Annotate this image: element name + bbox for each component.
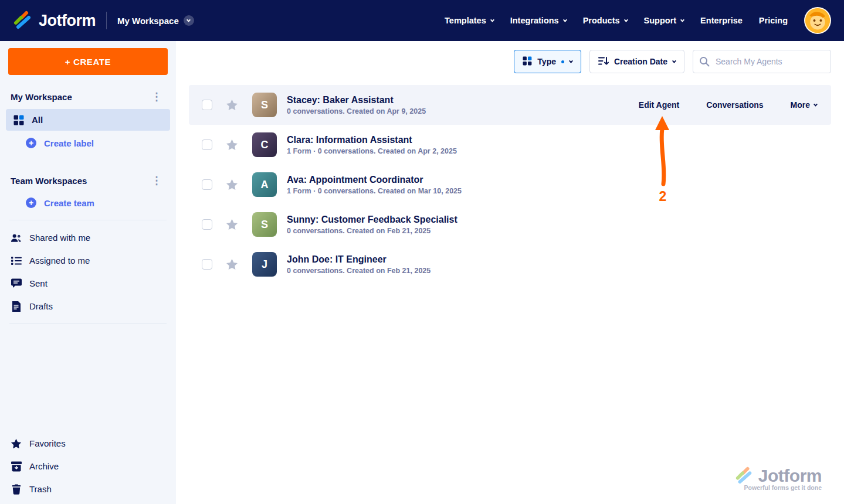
top-navbar: Jotform My Workspace Templates Integrati… bbox=[0, 0, 844, 41]
agent-name[interactable]: Sunny: Customer Feedback Specialist bbox=[287, 214, 457, 225]
agent-info: Ava: Appointment Coordinator 1 Form · 0 … bbox=[287, 175, 462, 195]
favorite-star-icon[interactable] bbox=[226, 219, 238, 230]
agent-avatar: J bbox=[252, 252, 277, 277]
agent-name[interactable]: Stacey: Baker Assistant bbox=[287, 95, 426, 105]
chevron-down-icon bbox=[680, 18, 684, 22]
search-icon bbox=[699, 56, 710, 69]
sidebar-item-archive-label: Archive bbox=[29, 461, 59, 471]
workspace-kebab-menu-icon[interactable]: ⋮ bbox=[148, 90, 165, 103]
my-workspace-header-label: My Workspace bbox=[11, 92, 72, 102]
agent-row[interactable]: J John Doe: IT Engineer 0 conversations.… bbox=[189, 244, 831, 284]
navbar-menu: Templates Integrations Products Support … bbox=[445, 7, 831, 34]
workspace-selector-label: My Workspace bbox=[117, 16, 179, 26]
favorite-star-icon[interactable] bbox=[226, 179, 238, 190]
agent-name[interactable]: Clara: Information Assistant bbox=[287, 135, 457, 145]
chat-bubble-icon bbox=[11, 278, 22, 289]
conversations-button[interactable]: Conversations bbox=[706, 100, 763, 110]
plus-circle-icon: + bbox=[26, 197, 36, 208]
user-avatar[interactable] bbox=[804, 7, 831, 34]
nav-products[interactable]: Products bbox=[583, 16, 628, 25]
agent-name[interactable]: Ava: Appointment Coordinator bbox=[287, 175, 462, 185]
agent-avatar: S bbox=[252, 212, 277, 237]
chevron-down-icon bbox=[814, 102, 818, 106]
favorite-star-icon[interactable] bbox=[226, 258, 238, 270]
search-box bbox=[693, 50, 831, 73]
sidebar-divider bbox=[9, 323, 167, 324]
list-toolbar: Type Creation Date bbox=[176, 41, 844, 81]
star-icon bbox=[11, 438, 22, 449]
row-checkbox[interactable] bbox=[202, 259, 212, 270]
row-checkbox[interactable] bbox=[202, 179, 212, 190]
sidebar-item-favorites-label: Favorites bbox=[29, 438, 66, 448]
favorite-star-icon[interactable] bbox=[226, 99, 238, 111]
nav-templates-label: Templates bbox=[445, 16, 486, 25]
chevron-down-icon bbox=[623, 18, 628, 22]
team-kebab-menu-icon[interactable]: ⋮ bbox=[148, 174, 165, 187]
sidebar-item-archive[interactable]: Archive bbox=[0, 455, 176, 478]
row-checkbox[interactable] bbox=[202, 219, 212, 230]
row-actions: Edit Agent Conversations More bbox=[639, 100, 817, 110]
agent-meta: 0 conversations. Created on Feb 21, 2025 bbox=[287, 227, 457, 235]
create-button[interactable]: + CREATE bbox=[8, 48, 168, 75]
create-label-button[interactable]: + Create label bbox=[0, 132, 176, 154]
jotform-watermark-logo-icon bbox=[735, 465, 754, 486]
row-checkbox[interactable] bbox=[202, 100, 212, 110]
chevron-down-icon bbox=[672, 59, 676, 63]
create-team-button[interactable]: + Create team bbox=[0, 192, 176, 214]
search-input[interactable] bbox=[693, 50, 831, 73]
chevron-down-icon bbox=[569, 59, 573, 63]
agent-row[interactable]: S Stacey: Baker Assistant 0 conversation… bbox=[189, 85, 831, 125]
sidebar-item-assigned-label: Assigned to me bbox=[29, 256, 90, 265]
agent-info: Clara: Information Assistant 1 Form · 0 … bbox=[287, 135, 457, 155]
agent-row[interactable]: C Clara: Information Assistant 1 Form · … bbox=[189, 125, 831, 165]
more-button[interactable]: More bbox=[791, 100, 817, 110]
favorite-star-icon[interactable] bbox=[226, 139, 238, 151]
sort-button[interactable]: Creation Date bbox=[589, 50, 684, 73]
sidebar-item-assigned-to-me[interactable]: Assigned to me bbox=[0, 249, 176, 272]
main-content: Type Creation Date bbox=[176, 41, 844, 504]
active-filter-dot bbox=[561, 60, 564, 63]
sidebar-item-drafts[interactable]: Drafts bbox=[0, 295, 176, 318]
grid-type-icon bbox=[523, 56, 532, 67]
more-button-label: More bbox=[791, 100, 810, 110]
sidebar-item-favorites[interactable]: Favorites bbox=[0, 432, 176, 455]
sidebar: + CREATE My Workspace ⋮ All + Create lab… bbox=[0, 41, 176, 504]
sidebar-item-all[interactable]: All bbox=[6, 109, 170, 131]
sidebar-item-all-label: All bbox=[32, 115, 43, 125]
navbar-divider bbox=[106, 12, 107, 29]
agent-info: Stacey: Baker Assistant 0 conversations.… bbox=[287, 95, 426, 115]
row-checkbox[interactable] bbox=[202, 139, 212, 150]
create-team-text: Create team bbox=[44, 198, 94, 208]
sidebar-item-trash-label: Trash bbox=[29, 484, 52, 494]
agent-name[interactable]: John Doe: IT Engineer bbox=[287, 254, 431, 265]
edit-agent-button[interactable]: Edit Agent bbox=[639, 100, 679, 110]
jotform-watermark: Jotform Powerful forms get it done bbox=[735, 465, 822, 491]
nav-enterprise-label: Enterprise bbox=[700, 16, 743, 25]
document-icon bbox=[11, 301, 22, 312]
nav-support-label: Support bbox=[644, 16, 677, 25]
brand-name: Jotform bbox=[39, 12, 96, 30]
sidebar-item-drafts-label: Drafts bbox=[29, 301, 53, 311]
sidebar-item-shared-with-me[interactable]: Shared with me bbox=[0, 226, 176, 249]
watermark-brand-text: Jotform bbox=[758, 466, 822, 486]
archive-box-icon bbox=[11, 461, 22, 472]
nav-pricing[interactable]: Pricing bbox=[759, 16, 788, 25]
agent-avatar: C bbox=[252, 132, 277, 157]
my-workspace-header: My Workspace ⋮ bbox=[0, 86, 176, 108]
type-filter-button[interactable]: Type bbox=[514, 50, 581, 73]
agent-list: S Stacey: Baker Assistant 0 conversation… bbox=[189, 85, 831, 284]
agent-row[interactable]: S Sunny: Customer Feedback Specialist 0 … bbox=[189, 205, 831, 244]
watermark-tagline: Powerful forms get it done bbox=[744, 484, 822, 491]
sidebar-item-sent[interactable]: Sent bbox=[0, 272, 176, 295]
nav-enterprise[interactable]: Enterprise bbox=[700, 16, 743, 25]
jotform-logo[interactable]: Jotform bbox=[13, 9, 96, 32]
agent-meta: 1 Form · 0 conversations. Created on Mar… bbox=[287, 187, 462, 195]
nav-integrations[interactable]: Integrations bbox=[510, 16, 567, 25]
create-label-text: Create label bbox=[44, 138, 94, 148]
workspace-selector[interactable]: My Workspace bbox=[117, 15, 194, 26]
nav-templates[interactable]: Templates bbox=[445, 16, 494, 25]
agent-row[interactable]: A Ava: Appointment Coordinator 1 Form · … bbox=[189, 165, 831, 205]
nav-support[interactable]: Support bbox=[644, 16, 684, 25]
chevron-down-icon bbox=[184, 15, 194, 26]
sidebar-item-trash[interactable]: Trash bbox=[0, 478, 176, 500]
